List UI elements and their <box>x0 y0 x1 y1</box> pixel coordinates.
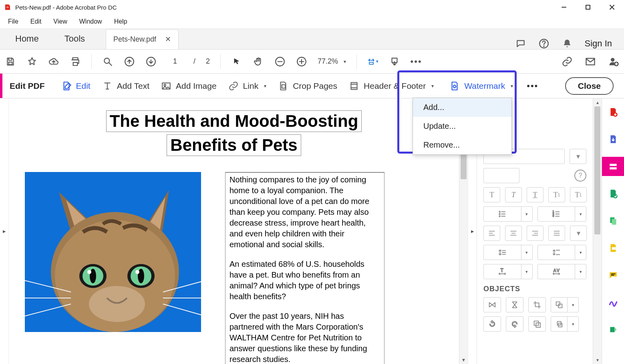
tab-tools[interactable]: Tools <box>52 28 98 49</box>
watermark-menu-add[interactable]: Add... <box>413 98 511 117</box>
doc-paragraph: An estimated 68% of U.S. households have… <box>229 259 380 302</box>
watermark-button[interactable]: Watermark ▾ <box>443 78 519 94</box>
numbered-list-dropdown[interactable]: 123▾ <box>537 206 587 222</box>
tab-document[interactable]: Pets-New.pdf ✕ <box>106 29 179 49</box>
rail-sign-icon[interactable] <box>602 293 624 312</box>
fit-width-icon[interactable]: ▾ <box>367 56 378 67</box>
tab-home[interactable]: Home <box>2 28 52 49</box>
rail-edit-pdf-icon[interactable] <box>602 157 624 176</box>
font-subscript-icon[interactable]: T1 <box>570 187 587 202</box>
menu-window[interactable]: Window <box>74 16 108 27</box>
notifications-icon[interactable] <box>562 38 573 49</box>
save-icon[interactable] <box>5 56 16 67</box>
document-text-block[interactable]: Nothing compares to the joy of coming ho… <box>225 172 384 364</box>
next-page-icon[interactable] <box>145 56 157 67</box>
watermark-menu-remove[interactable]: Remove... <box>413 136 511 154</box>
svg-point-5 <box>543 46 544 47</box>
hand-tool-icon[interactable] <box>253 56 264 67</box>
document-page[interactable]: The Health and Mood-Boosting Benefits of… <box>9 98 459 364</box>
search-icon[interactable] <box>102 56 113 67</box>
line-spacing-dropdown[interactable]: ▾ <box>483 245 533 260</box>
close-window-button[interactable] <box>600 0 624 14</box>
link-button[interactable]: Link ▾ <box>222 78 272 94</box>
font-superscript-icon[interactable]: T1 <box>548 187 565 202</box>
comments-icon[interactable] <box>515 38 526 49</box>
align-right-icon[interactable] <box>527 226 543 241</box>
panel-scrollbar[interactable]: ▴ ▾ <box>593 98 602 364</box>
editbar-close-button[interactable]: Close <box>565 77 614 95</box>
arrange-dropdown[interactable]: ▾ <box>551 297 579 312</box>
paragraph-spacing-dropdown[interactable]: ▾ <box>537 245 587 260</box>
add-image-button[interactable]: Add Image <box>155 78 222 94</box>
watermark-menu-update[interactable]: Update... <box>413 117 511 136</box>
zoom-dropdown[interactable]: 77.2% ▾ <box>318 57 346 66</box>
align-justify-icon[interactable] <box>548 226 565 241</box>
menu-view[interactable]: View <box>48 16 72 27</box>
svg-rect-86 <box>610 167 616 169</box>
zoom-in-icon[interactable] <box>296 56 307 67</box>
menu-help[interactable]: Help <box>109 16 133 27</box>
content-area: ▸ The Health and Mood-Boosting Benefits … <box>0 98 624 364</box>
print-icon[interactable] <box>70 56 81 67</box>
minimize-button[interactable] <box>552 0 576 14</box>
rotate-ccw-icon[interactable] <box>483 316 501 332</box>
main-toolbar: / 2 77.2% ▾ ▾ ••• <box>0 50 624 74</box>
rail-organize-icon[interactable] <box>602 211 624 230</box>
tab-close-button[interactable]: ✕ <box>165 35 171 44</box>
rail-more-tools-icon[interactable] <box>602 320 624 339</box>
add-text-button[interactable]: Add Text <box>96 78 155 94</box>
left-gutter-expand[interactable]: ▸ <box>0 98 9 364</box>
font-underline-icon[interactable]: T <box>527 187 543 202</box>
share-link-icon[interactable] <box>562 56 573 67</box>
doc-title-line1[interactable]: The Health and Mood-Boosting <box>106 110 362 132</box>
horizontal-scale-dropdown[interactable]: T▾ <box>483 264 533 279</box>
more-tools-icon[interactable]: ••• <box>411 56 422 67</box>
replace-image-icon[interactable] <box>528 316 546 332</box>
scroll-thumb[interactable] <box>594 106 600 234</box>
align-objects-dropdown[interactable]: ▾ <box>551 316 579 332</box>
sign-in-link[interactable]: Sign In <box>585 38 612 49</box>
rotate-cw-icon[interactable] <box>506 316 523 332</box>
rail-create-pdf-icon[interactable] <box>602 102 624 122</box>
maximize-button[interactable] <box>576 0 600 14</box>
help-icon[interactable] <box>538 38 550 49</box>
font-italic-icon[interactable]: T <box>505 187 522 202</box>
font-family-caret[interactable]: ▾ <box>570 149 586 164</box>
font-regular-icon[interactable]: T <box>483 187 500 202</box>
rail-combine-icon[interactable] <box>602 184 624 203</box>
rail-comment-icon[interactable] <box>602 238 624 258</box>
prev-page-icon[interactable] <box>124 56 135 67</box>
format-help-icon[interactable]: ? <box>574 170 586 182</box>
cloud-upload-icon[interactable] <box>48 56 59 67</box>
add-person-icon[interactable] <box>608 56 619 67</box>
bullet-list-dropdown[interactable]: ▾ <box>483 206 533 222</box>
scroll-down-icon[interactable]: ▼ <box>459 356 468 364</box>
crop-pages-button[interactable]: Crop Pages <box>272 78 343 94</box>
menu-edit[interactable]: Edit <box>25 16 47 27</box>
page-number-input[interactable] <box>167 57 183 66</box>
rail-export-pdf-icon[interactable] <box>602 130 624 149</box>
menu-file[interactable]: File <box>2 16 24 27</box>
document-image[interactable] <box>25 172 201 332</box>
edit-button[interactable]: Edit <box>55 78 96 94</box>
doc-title-line2[interactable]: Benefits of Pets <box>167 134 301 156</box>
scroll-down-icon[interactable]: ▾ <box>593 356 602 364</box>
scroll-up-icon[interactable]: ▴ <box>593 98 602 106</box>
crop-object-icon[interactable] <box>528 297 546 312</box>
svg-text:T: T <box>501 268 503 273</box>
align-center-icon[interactable] <box>505 226 522 241</box>
font-size-dropdown[interactable] <box>483 168 519 183</box>
select-tool-icon[interactable] <box>231 56 242 67</box>
star-icon[interactable] <box>26 56 38 67</box>
email-icon[interactable] <box>585 56 596 67</box>
flip-horizontal-icon[interactable] <box>483 297 501 312</box>
zoom-out-icon[interactable] <box>274 56 286 67</box>
align-left-icon[interactable] <box>483 226 500 241</box>
page-display-icon[interactable] <box>389 56 400 67</box>
rail-sticky-note-icon[interactable] <box>602 266 624 285</box>
editbar-more-icon[interactable]: ••• <box>527 81 538 91</box>
header-footer-button[interactable]: Header & Footer ▾ <box>343 78 439 94</box>
flip-vertical-icon[interactable] <box>506 297 523 312</box>
align-more-caret[interactable]: ▾ <box>570 226 587 241</box>
character-spacing-dropdown[interactable]: AV▾ <box>537 264 587 279</box>
